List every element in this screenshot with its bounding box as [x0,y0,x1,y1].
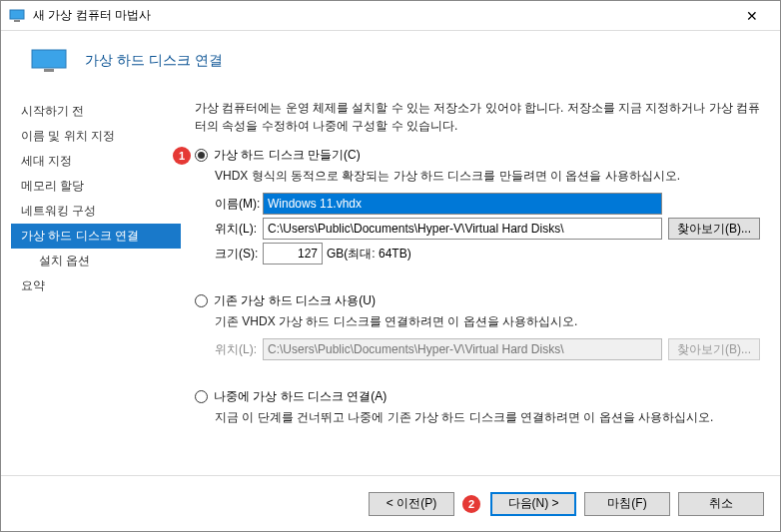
option-use-existing-label: 기존 가상 하드 디스크 사용(U) [214,292,376,309]
size-input[interactable] [263,243,323,265]
option-use-existing-desc: 기존 VHDX 가상 하드 디스크를 연결하려면 이 옵션을 사용하십시오. [215,313,762,330]
sidebar: 시작하기 전 이름 및 위치 지정 세대 지정 메모리 할당 네트워킹 구성 가… [11,95,181,484]
sidebar-item-networking[interactable]: 네트워킹 구성 [11,199,181,224]
size-label: 크기(S): [215,246,263,263]
location-input[interactable] [263,218,662,240]
app-icon [9,8,25,24]
radio-attach-later[interactable] [195,390,208,403]
option-attach-later-row: 나중에 가상 하드 디스크 연결(A) [195,388,762,405]
cancel-button[interactable]: 취소 [678,492,764,516]
browse-button-2: 찾아보기(B)... [668,338,760,360]
header-icon [31,49,67,73]
location2-input [263,338,662,360]
browse-button-1[interactable]: 찾아보기(B)... [668,218,760,240]
location2-row: 위치(L): 찾아보기(B)... [215,338,762,360]
sidebar-item-generation[interactable]: 세대 지정 [11,149,181,174]
option-create-vhd-label: 가상 하드 디스크 만들기(C) [214,147,361,164]
name-label: 이름(M): [215,196,263,213]
sidebar-item-before-start[interactable]: 시작하기 전 [11,99,181,124]
svg-rect-0 [10,10,24,19]
prev-button[interactable]: < 이전(P) [369,492,454,516]
next-button[interactable]: 다음(N) > [490,492,576,516]
name-input[interactable] [263,193,662,215]
option-attach-later-desc: 지금 이 단계를 건너뛰고 나중에 기존 가상 하드 디스크를 연결하려면 이 … [215,409,762,426]
footer: < 이전(P) 2 다음(N) > 마침(F) 취소 [1,475,780,531]
page-title: 가상 하드 디스크 연결 [85,52,223,70]
callout-2: 2 [462,495,480,513]
svg-rect-3 [44,69,54,72]
content: 시작하기 전 이름 및 위치 지정 세대 지정 메모리 할당 네트워킹 구성 가… [1,95,780,484]
size-row: 크기(S): GB(최대: 64TB) [215,243,762,265]
window-title: 새 가상 컴퓨터 마법사 [33,7,732,24]
svg-rect-1 [14,20,20,22]
section-attach-later: 나중에 가상 하드 디스크 연결(A) 지금 이 단계를 건너뛰고 나중에 기존… [195,388,762,426]
option-attach-later-label: 나중에 가상 하드 디스크 연결(A) [214,388,387,405]
titlebar: 새 가상 컴퓨터 마법사 ✕ [1,1,780,31]
callout-1: 1 [173,147,191,165]
sidebar-item-memory[interactable]: 메모리 할당 [11,174,181,199]
svg-rect-2 [32,50,66,68]
size-unit: GB(최대: 64TB) [327,246,411,263]
radio-use-existing[interactable] [195,294,208,307]
description-text: 가상 컴퓨터에는 운영 체제를 설치할 수 있는 저장소가 있어야 합니다. 저… [195,99,762,135]
name-row: 이름(M): [215,193,762,215]
location-row: 위치(L): 찾아보기(B)... [215,218,762,240]
main-panel: 가상 컴퓨터에는 운영 체제를 설치할 수 있는 저장소가 있어야 합니다. 저… [181,95,770,484]
page-header: 가상 하드 디스크 연결 [1,31,780,95]
close-button[interactable]: ✕ [732,1,772,31]
option-use-existing-row: 기존 가상 하드 디스크 사용(U) [195,292,762,309]
sidebar-item-install-options[interactable]: 설치 옵션 [11,249,181,273]
sidebar-item-vhd-connect[interactable]: 가상 하드 디스크 연결 [11,224,181,249]
radio-create-vhd[interactable] [195,149,208,162]
location-label: 위치(L): [215,221,263,238]
sidebar-item-name-location[interactable]: 이름 및 위치 지정 [11,124,181,149]
location2-label: 위치(L): [215,341,263,358]
option-create-vhd-row: 1 가상 하드 디스크 만들기(C) [195,147,762,164]
section-use-existing: 기존 가상 하드 디스크 사용(U) 기존 VHDX 가상 하드 디스크를 연결… [195,292,762,360]
option-create-vhd-desc: VHDX 형식의 동적으로 확장되는 가상 하드 디스크를 만들려면 이 옵션을… [215,168,762,185]
sidebar-item-summary[interactable]: 요약 [11,273,181,298]
finish-button[interactable]: 마침(F) [584,492,670,516]
